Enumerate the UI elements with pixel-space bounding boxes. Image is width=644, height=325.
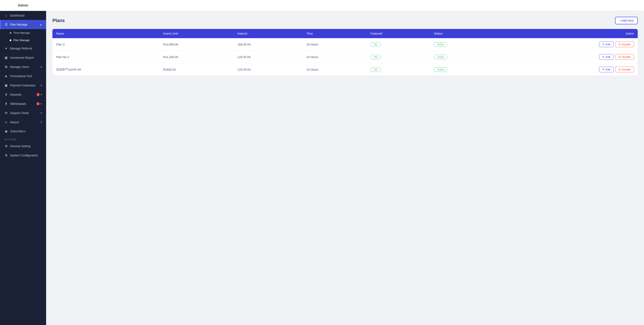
sidebar-item-label: Payment Gateways	[10, 84, 41, 87]
edit-label: Edit	[606, 43, 610, 46]
cell-status: Active	[430, 38, 498, 51]
cell-featured: Yes	[367, 51, 430, 63]
disable-button[interactable]: ⊘ Disable	[615, 67, 634, 72]
cell-featured: Yes	[367, 38, 430, 51]
sidebar-item-general-setting[interactable]: ⚙ General Setting	[0, 142, 46, 151]
plans-table-container: Name Invest Limit Interest Time Featured…	[52, 29, 638, 76]
col-header-invest-limit: Invest Limit	[160, 29, 234, 38]
sidebar-item-manage-users[interactable]: ✿ Manage Users ▾	[0, 62, 46, 72]
sidebar-item-label: Report	[10, 120, 41, 124]
sidebar-item-label: Withdrawals	[10, 102, 37, 106]
sidebar-item-manage-referral[interactable]: ✦ Manage Referral	[0, 44, 46, 53]
sidebar-sub-label: Time Manage	[14, 31, 30, 34]
sidebar-item-withdrawals[interactable]: ⬆ Withdrawals ! ▾	[0, 99, 46, 108]
sidebar-item-label: Manage Users	[10, 65, 41, 68]
main-content-area: Plans + Add New Name Invest Limit Intere…	[46, 0, 644, 325]
sidebar-item-support-ticket[interactable]: ✉ Support Ticket ▾	[0, 108, 46, 118]
general-setting-icon: ⚙	[4, 144, 8, 148]
disable-icon: ⊘	[618, 55, 621, 58]
edit-icon: ✎	[602, 43, 604, 46]
sidebar-item-plan-manage[interactable]: ☰ Plan Manage ▲	[0, 20, 46, 29]
sidebar-item-label: Manage Referral	[10, 47, 42, 50]
logo-text: Admin	[18, 4, 28, 7]
col-header-status: Status	[430, 29, 498, 38]
sidebar-item-label: Investment Report	[10, 56, 42, 59]
page-title: Plans	[52, 18, 65, 23]
cell-invest-limit: Rs500.00	[160, 63, 234, 76]
cell-interest: 125.00 Rs	[234, 63, 303, 76]
sidebar-logo: Admin	[0, 0, 46, 11]
add-new-button[interactable]: + Add New	[615, 17, 638, 24]
edit-button[interactable]: ✎ Edit	[599, 54, 614, 60]
investment-report-icon: ▦	[4, 56, 8, 60]
sidebar-item-dashboard[interactable]: ⌂ Dashboard	[0, 11, 46, 20]
disable-label: Disable	[622, 68, 631, 71]
disable-icon: ⊘	[618, 43, 621, 46]
sidebar-item-label: Deposits	[10, 93, 37, 96]
chevron-down-icon: ▾	[41, 121, 42, 124]
col-header-interest: Interest	[234, 29, 303, 38]
top-header	[46, 0, 644, 11]
sidebar-item-label: Support Ticket	[10, 111, 41, 115]
sidebar-item-report[interactable]: ≡ Report ▾	[0, 118, 46, 127]
sub-dot-icon	[10, 40, 11, 41]
table-row: 优选资产yxymk.net Rs500.00 125.00 Rs 24 Hour…	[52, 63, 638, 76]
chevron-up-icon: ▲	[40, 23, 42, 26]
cell-interest: 166.00 Rs	[234, 38, 303, 51]
sidebar-item-label: Subscribers	[10, 130, 42, 133]
sidebar-item-plan-manage-sub[interactable]: Plan Manage	[0, 36, 46, 44]
plan-manage-icon: ☰	[4, 23, 8, 26]
sidebar-item-promotional-tool[interactable]: ◈ Promotional Tool	[0, 72, 46, 81]
col-header-featured: Featured	[367, 29, 430, 38]
sidebar-item-subscribers[interactable]: ◉ Subscribers	[0, 127, 46, 136]
chevron-down-icon: ▾	[41, 102, 42, 105]
page-title-row: Plans + Add New	[52, 17, 638, 24]
cell-status: Active	[430, 63, 498, 76]
withdrawals-badge: !	[37, 102, 40, 105]
withdrawals-icon: ⬆	[4, 102, 8, 106]
edit-icon: ✎	[602, 68, 604, 71]
col-header-time: Time	[303, 29, 367, 38]
table-header-row: Name Invest Limit Interest Time Featured…	[52, 29, 638, 38]
settings-section-label: SETTINGS	[0, 136, 46, 142]
edit-button[interactable]: ✎ Edit	[599, 67, 614, 72]
subscribers-icon: ◉	[4, 129, 8, 133]
disable-label: Disable	[622, 55, 631, 58]
active-indicator	[0, 20, 1, 29]
cell-action: ✎ Edit ⊘ Disable	[498, 51, 638, 63]
disable-button[interactable]: ⊘ Disable	[615, 54, 634, 60]
cell-invest-limit: Rs3,999.00	[160, 38, 234, 51]
cell-name: 优选资产yxymk.net	[52, 63, 160, 76]
dashboard-icon: ⌂	[4, 14, 8, 17]
cell-time: 24 Hours	[303, 38, 367, 51]
table-row: Plan 3 Rs3,999.00 166.00 Rs 24 Hours Yes…	[52, 38, 638, 51]
sidebar-item-investment-report[interactable]: ▦ Investment Report	[0, 53, 46, 62]
sidebar-item-label: General Setting	[10, 144, 42, 148]
edit-button[interactable]: ✎ Edit	[599, 42, 614, 47]
sidebar-item-label: Dashboard	[10, 14, 42, 17]
cell-time: 24 Hours	[303, 63, 367, 76]
sidebar-item-label: System Configuration	[10, 154, 42, 157]
deposits-badge: !	[37, 93, 40, 96]
sidebar-item-deposits[interactable]: ⬇ Deposits ! ▾	[0, 90, 46, 99]
cell-status: Active	[430, 51, 498, 63]
table-row: Plan No 2 Rs1,200.00 125.00 Rs 24 Hours …	[52, 51, 638, 63]
promotional-tool-icon: ◈	[4, 74, 8, 78]
disable-label: Disable	[622, 43, 631, 46]
cell-action: ✎ Edit ⊘ Disable	[498, 38, 638, 51]
sidebar-item-time-manage[interactable]: Time Manage	[0, 29, 46, 36]
edit-icon: ✎	[602, 55, 604, 58]
sidebar-item-system-configuration[interactable]: ⚙ System Configuration	[0, 151, 46, 160]
chevron-down-icon: ▾	[41, 93, 42, 96]
disable-button[interactable]: ⊘ Disable	[615, 42, 634, 47]
deposits-icon: ⬇	[4, 93, 8, 96]
chevron-down-icon: ▾	[41, 112, 42, 114]
chevron-down-icon: ▾	[41, 66, 42, 68]
disable-icon: ⊘	[618, 68, 621, 71]
sidebar: Admin ⌂ Dashboard ☰ Plan Manage ▲ Time M…	[0, 0, 46, 325]
cell-time: 24 Hours	[303, 51, 367, 63]
cell-invest-limit: Rs1,200.00	[160, 51, 234, 63]
sidebar-item-label: Promotional Tool	[10, 74, 42, 78]
payment-gateways-icon: ▣	[4, 84, 8, 87]
sidebar-item-payment-gateways[interactable]: ▣ Payment Gateways ▾	[0, 81, 46, 90]
